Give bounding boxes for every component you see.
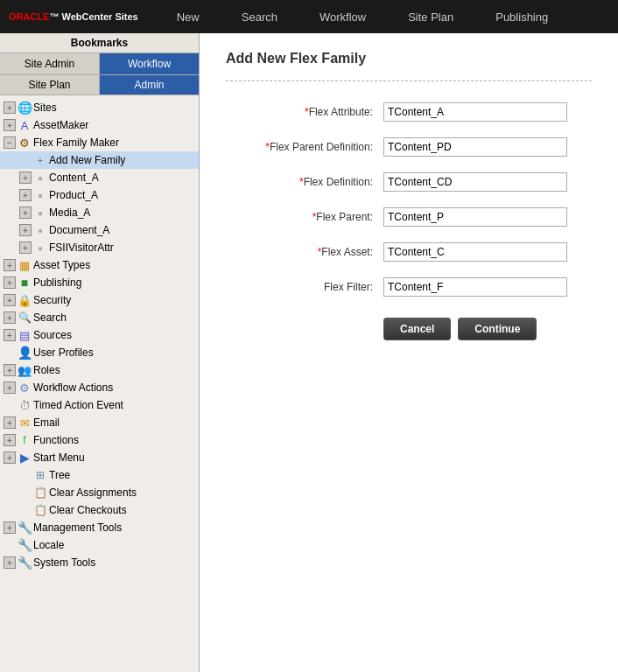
sys-icon: 🔧 — [18, 556, 32, 570]
tree-item-add-new-family[interactable]: +Add New Family — [0, 151, 199, 169]
tree-item-flex-family-maker[interactable]: −⚙Flex Family Maker — [0, 134, 199, 151]
expand-icon[interactable] — [19, 486, 32, 499]
tree-item-fsiivisitorattr[interactable]: +●FSIIVisitorAttr — [0, 239, 199, 256]
expand-icon[interactable]: + — [4, 312, 16, 324]
expand-icon[interactable]: + — [19, 172, 32, 184]
expand-icon[interactable]: − — [4, 136, 16, 149]
expand-icon[interactable]: + — [4, 434, 16, 446]
bookmarks-header: Bookmarks — [0, 33, 199, 53]
expand-icon[interactable] — [4, 399, 16, 411]
expand-icon[interactable]: + — [4, 259, 16, 271]
tree-label: Asset Types — [33, 259, 90, 271]
tree-item-assetmaker[interactable]: +AAssetMaker — [0, 116, 199, 134]
tree-item-publishing[interactable]: +■Publishing — [0, 274, 199, 291]
input-flex-filter[interactable] — [383, 277, 567, 297]
tree-icon: ⊞ — [33, 468, 47, 482]
input-flex-asset[interactable] — [383, 242, 567, 262]
clear-icon: 📋 — [33, 503, 47, 517]
tree-label: System Tools — [33, 556, 95, 569]
form-row-flex-definition: *Flex Definition: — [226, 172, 592, 192]
form-row-flex-asset: *Flex Asset: — [226, 242, 592, 262]
sites-icon: 🌐 — [18, 101, 32, 115]
tree-item-functions[interactable]: +fFunctions — [0, 431, 199, 449]
tree-item-clear-checkouts[interactable]: 📋Clear Checkouts — [0, 501, 199, 519]
tree-item-content_a[interactable]: +●Content_A — [0, 169, 199, 186]
tab-site-admin[interactable]: Site Admin — [0, 53, 100, 74]
tree-item-media_a[interactable]: +●Media_A — [0, 204, 199, 221]
tree-label: Tree — [49, 469, 70, 481]
expand-icon[interactable]: + — [4, 276, 16, 289]
roles-icon: 👥 — [18, 363, 32, 377]
tree-item-email[interactable]: +✉Email — [0, 414, 199, 431]
label-flex-filter: Flex Filter: — [226, 281, 383, 293]
nav-workflow[interactable]: Workflow — [298, 0, 387, 33]
tree-label: Add New Family — [49, 154, 125, 166]
tree-item-clear-assignments[interactable]: 📋Clear Assignments — [0, 484, 199, 501]
expand-icon[interactable] — [19, 504, 32, 516]
tree-label: Flex Family Maker — [33, 136, 119, 149]
tree-item-management-tools[interactable]: +🔧Management Tools — [0, 519, 199, 536]
tree-label: Management Tools — [33, 522, 122, 534]
tree-item-asset-types[interactable]: +▦Asset Types — [0, 256, 199, 274]
expand-icon[interactable] — [4, 539, 16, 551]
input-flex-definition[interactable] — [383, 172, 567, 192]
page-title: Add New Flex Family — [226, 51, 592, 66]
expand-icon[interactable]: + — [4, 364, 16, 376]
expand-icon[interactable] — [19, 469, 32, 481]
expand-icon[interactable]: + — [4, 382, 16, 394]
expand-icon[interactable]: + — [4, 102, 16, 114]
pub-icon: ■ — [18, 276, 32, 290]
tree-label: Workflow Actions — [33, 382, 113, 394]
expand-icon[interactable]: + — [19, 189, 32, 201]
subtab-site-plan[interactable]: Site Plan — [0, 75, 100, 94]
sec-icon: 🔒 — [18, 293, 32, 307]
locale-icon: 🔧 — [18, 538, 32, 552]
wf-icon: ⚙ — [18, 381, 32, 395]
tree-item-workflow-actions[interactable]: +⚙Workflow Actions — [0, 379, 199, 396]
cancel-button[interactable]: Cancel — [383, 318, 451, 340]
tree-item-sites[interactable]: +🌐Sites — [0, 99, 199, 116]
tree-label: Functions — [33, 434, 79, 446]
tree-item-product_a[interactable]: +●Product_A — [0, 186, 199, 204]
tree-item-search[interactable]: +🔍Search — [0, 309, 199, 326]
tree-item-system-tools[interactable]: +🔧System Tools — [0, 554, 199, 571]
tree-item-roles[interactable]: +👥Roles — [0, 361, 199, 379]
expand-icon[interactable]: + — [4, 294, 16, 306]
expand-icon[interactable]: + — [19, 206, 32, 219]
expand-icon[interactable]: + — [4, 416, 16, 429]
tab-workflow[interactable]: Workflow — [100, 53, 199, 74]
tree-item-security[interactable]: +🔒Security — [0, 291, 199, 309]
tree-item-start-menu[interactable]: +▶Start Menu — [0, 449, 199, 466]
tree-label: AssetMaker — [33, 119, 88, 131]
expand-icon[interactable]: + — [4, 119, 16, 131]
tree: +🌐Sites+AAssetMaker−⚙Flex Family Maker+A… — [0, 95, 199, 672]
expand-icon[interactable] — [19, 154, 32, 166]
tree-item-sources[interactable]: +▤Sources — [0, 326, 199, 344]
nav-siteplan[interactable]: Site Plan — [387, 0, 474, 33]
continue-button[interactable]: Continue — [458, 318, 537, 340]
tree-item-locale[interactable]: 🔧Locale — [0, 536, 199, 554]
tree-item-user-profiles[interactable]: 👤User Profiles — [0, 344, 199, 361]
input-flex-parent-definition[interactable] — [383, 137, 567, 157]
nav-search[interactable]: Search — [221, 0, 298, 33]
subtab-admin[interactable]: Admin — [100, 75, 199, 94]
expand-icon[interactable]: + — [19, 242, 32, 254]
mgmt-icon: 🔧 — [18, 521, 32, 535]
tree-item-timed-action-event[interactable]: ⏱Timed Action Event — [0, 396, 199, 414]
top-bar: ORACLE™ WebCenter Sites New Search Workf… — [0, 0, 618, 33]
expand-icon[interactable] — [4, 346, 16, 359]
button-row: Cancel Continue — [383, 318, 592, 340]
input-flex-attribute[interactable] — [383, 102, 567, 122]
expand-icon[interactable]: + — [4, 452, 16, 464]
nav-publishing[interactable]: Publishing — [474, 0, 569, 33]
tree-item-tree[interactable]: ⊞Tree — [0, 466, 199, 484]
expand-icon[interactable]: + — [19, 224, 32, 236]
expand-icon[interactable]: + — [4, 522, 16, 534]
divider — [226, 80, 592, 81]
expand-icon[interactable]: + — [4, 329, 16, 341]
input-flex-parent[interactable] — [383, 207, 567, 227]
tree-label: Start Menu — [33, 452, 85, 464]
tree-item-document_a[interactable]: +●Document_A — [0, 221, 199, 239]
nav-new[interactable]: New — [156, 0, 221, 33]
expand-icon[interactable]: + — [4, 556, 16, 569]
